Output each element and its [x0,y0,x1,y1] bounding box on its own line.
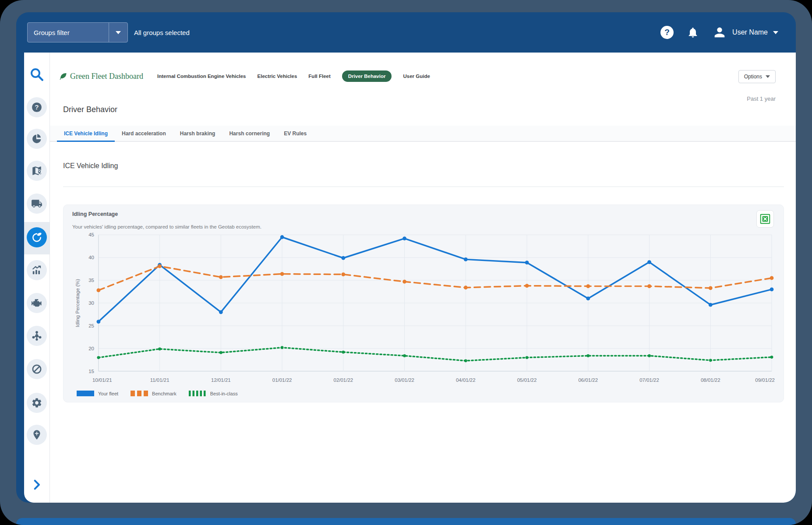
gear-icon [31,397,42,409]
search-icon [29,67,45,82]
nav-item-user-guide[interactable]: User Guide [403,74,430,79]
sidebar-item-green-fleet[interactable] [24,227,49,248]
bell-icon [687,26,699,39]
svg-text:25: 25 [88,323,94,328]
chevron-down-icon [773,31,778,34]
svg-text:06/01/22: 06/01/22 [578,377,598,383]
legend-item-benchmark[interactable]: Benchmark [131,391,177,396]
sidebar-item-map[interactable] [24,160,49,181]
time-range-label: Past 1 year [747,95,776,102]
primary-nav: Internal Combustion Engine Vehicles Elec… [157,70,430,82]
chart-title: Idling Percentage [72,211,775,217]
pie-chart-icon [31,133,42,144]
sidebar-item-settings[interactable] [24,392,49,413]
svg-text:35: 35 [88,278,94,283]
avatar-icon [712,25,727,40]
benchmark-swatch [131,391,148,396]
section-title: ICE Vehicle Idling [63,162,796,170]
sidebar-item-integrations[interactable] [24,325,49,346]
desktop-background: Groups filter All groups selected ? User… [0,0,812,525]
sidebar-item-analytics[interactable] [24,260,49,281]
svg-text:02/01/22: 02/01/22 [334,377,353,383]
your-fleet-swatch [77,391,94,396]
tab-bar: ICE Vehicle Idling Hard acceleration Har… [50,126,796,142]
svg-text:08/01/22: 08/01/22 [701,377,720,383]
background-window-edge [16,518,796,525]
nav-item-ice-vehicles[interactable]: Internal Combustion Engine Vehicles [157,74,246,79]
tab-harsh-cornering[interactable]: Harsh cornering [222,126,277,142]
nav-item-electric-vehicles[interactable]: Electric Vehicles [258,74,297,79]
sidebar-expand-button[interactable] [24,474,49,495]
sidebar-item-engine[interactable] [24,292,49,314]
help-icon: ? [31,102,42,113]
blocked-icon [31,363,42,375]
location-pin-icon [31,429,42,440]
options-label: Options [744,74,762,80]
groups-status-text: All groups selected [134,29,190,36]
trending-chart-icon [31,264,42,276]
groups-filter-dropdown[interactable]: Groups filter [27,22,128,42]
sidebar-item-help[interactable]: ? [24,97,49,118]
engine-icon [31,297,42,309]
svg-text:11/01/21: 11/01/21 [150,377,169,383]
groups-filter-caret-button[interactable] [109,31,127,34]
sidebar-item-reports[interactable] [24,128,49,149]
main-panel: Green Fleet Dashboard Internal Combustio… [50,53,796,503]
legend-label: Benchmark [152,391,177,396]
svg-text:40: 40 [88,255,94,260]
svg-text:07/01/22: 07/01/22 [639,377,659,383]
nav-item-full-fleet[interactable]: Full Fleet [308,74,330,79]
user-name: User Name [732,28,768,36]
hub-icon [31,330,42,342]
svg-text:12/01/21: 12/01/21 [211,377,231,383]
expand-icon [30,478,43,491]
svg-text:?: ? [35,103,39,111]
best-in-class-swatch [189,391,206,396]
page-title: Driver Behavior [63,105,796,114]
sidebar-item-exceptions[interactable] [24,359,49,380]
idling-chart: 1520253035404510/01/2111/01/2112/01/2101… [72,231,775,390]
map-icon [31,165,42,176]
svg-text:20: 20 [88,346,94,351]
nav-item-driver-behavior[interactable]: Driver Behavior [342,70,392,82]
tab-ev-rules[interactable]: EV Rules [277,126,314,142]
sidebar-item-search[interactable] [24,64,49,85]
excel-export-icon [759,213,771,225]
svg-text:03/01/22: 03/01/22 [395,377,414,383]
svg-text:04/01/22: 04/01/22 [456,377,476,383]
sidebar-item-zones[interactable] [24,424,49,445]
truck-icon [31,198,42,209]
svg-text:15: 15 [88,369,94,374]
chart-subtitle: Your vehicles' idling percentage, compar… [72,224,775,229]
excel-export-button[interactable] [756,210,774,228]
notifications-button[interactable] [687,26,699,39]
logo-text: Green Fleet Dashboard [70,72,143,81]
topbar-actions: ? User Name [660,12,778,53]
svg-text:30: 30 [88,300,94,306]
chevron-down-icon [116,31,121,34]
legend-item-best-in-class[interactable]: Best-in-class [189,391,238,396]
legend-label: Best-in-class [210,391,238,396]
legend-item-your-fleet[interactable]: Your fleet [77,391,118,396]
sidebar: ? [24,53,50,503]
sidebar-item-vehicles[interactable] [24,193,49,214]
brand-nav-bar: Green Fleet Dashboard Internal Combustio… [59,70,796,82]
idling-percentage-card: Idling Percentage Your vehicles' idling … [63,204,784,402]
divider [63,187,784,187]
svg-text:09/01/22: 09/01/22 [755,377,775,383]
svg-text:Idling Percentage (%): Idling Percentage (%) [75,279,80,327]
user-menu[interactable]: User Name [712,25,778,40]
tab-hard-acceleration[interactable]: Hard acceleration [115,126,173,142]
svg-text:45: 45 [88,232,94,237]
tab-harsh-braking[interactable]: Harsh braking [173,126,222,142]
content-area: ? [24,53,796,503]
chevron-down-icon [766,75,770,78]
top-bar: Groups filter All groups selected ? User… [16,12,796,53]
help-icon[interactable]: ? [660,26,674,39]
leaf-icon [59,72,67,81]
green-fleet-icon [31,232,42,243]
app-logo[interactable]: Green Fleet Dashboard [59,72,143,81]
tab-ice-vehicle-idling[interactable]: ICE Vehicle Idling [57,126,115,142]
svg-text:01/01/22: 01/01/22 [272,377,292,383]
options-button[interactable]: Options [738,70,776,83]
